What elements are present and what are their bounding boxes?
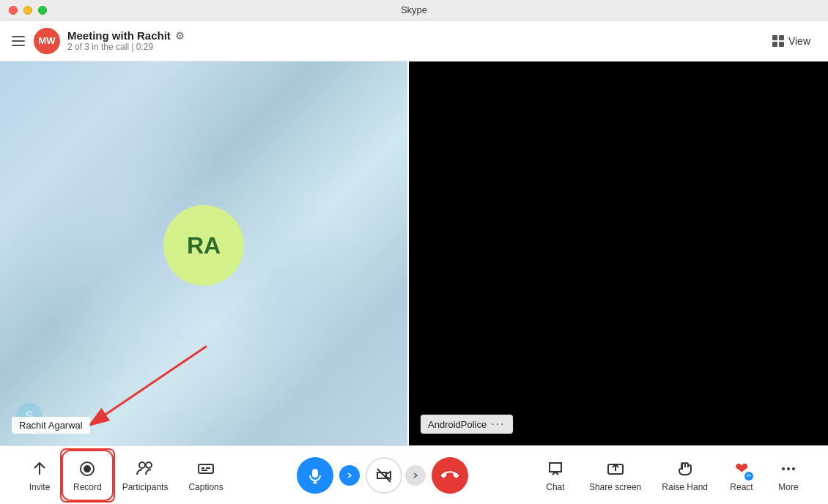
grid-icon (772, 35, 784, 47)
captions-button[interactable]: Captions (180, 453, 232, 498)
ellipsis-icon: ··· (491, 418, 505, 431)
meeting-title: Meeting with Rachit ⚙ (67, 29, 185, 42)
invite-label: Invite (29, 482, 51, 492)
header: MW Meeting with Rachit ⚙ 2 of 3 in the c… (0, 21, 828, 62)
participants-icon (135, 459, 155, 479)
invite-icon (29, 459, 50, 479)
video-background-left: S RA Rachit Agarwal (0, 62, 407, 445)
name-badge-left: Rachit Agarwal (12, 417, 90, 434)
record-label: Record (73, 482, 102, 492)
invite-button[interactable]: Invite (18, 453, 62, 498)
view-label: View (788, 35, 810, 47)
camera-button[interactable] (366, 457, 402, 494)
header-info: Meeting with Rachit ⚙ 2 of 3 in the call… (67, 29, 185, 52)
share-screen-label: Share screen (589, 482, 641, 492)
center-controls (297, 457, 468, 494)
end-call-button[interactable] (432, 457, 468, 494)
video-panel-right: AndroidPolice ··· (409, 62, 828, 445)
more-button[interactable]: More (766, 453, 810, 498)
chat-label: Chat (546, 482, 564, 492)
share-screen-icon (605, 459, 626, 479)
svg-point-8 (146, 462, 152, 468)
react-label: React (730, 482, 753, 492)
right-controls: Chat Share screen Raise Ha (533, 453, 810, 498)
record-icon (77, 459, 97, 479)
participant-avatar-left: RA (163, 205, 244, 286)
more-icon (778, 459, 799, 479)
video-area: S RA Rachit Agarwal And (0, 62, 828, 445)
react-icon: ❤ ✏ (731, 459, 752, 479)
name-badge-right: AndroidPolice ··· (421, 415, 513, 434)
svg-line-16 (377, 469, 391, 482)
participants-label: Participants (122, 482, 169, 492)
chat-icon (545, 459, 566, 479)
record-button[interactable]: Record (64, 453, 111, 498)
maximize-button[interactable] (38, 6, 47, 15)
svg-point-19 (782, 467, 785, 470)
raise-hand-label: Raise Hand (662, 482, 708, 492)
minimize-button[interactable] (23, 6, 32, 15)
share-screen-button[interactable]: Share screen (580, 453, 650, 498)
camera-expand-button[interactable] (405, 465, 426, 486)
mic-expand-button[interactable] (339, 465, 360, 486)
more-label: More (778, 482, 798, 492)
captions-label: Captions (188, 482, 223, 492)
settings-icon[interactable]: ⚙ (175, 30, 185, 42)
svg-point-5 (84, 465, 91, 472)
svg-point-21 (792, 467, 795, 470)
control-bar: Invite Record Parti (0, 445, 828, 504)
menu-button[interactable] (12, 34, 26, 48)
mic-button[interactable] (297, 457, 333, 494)
svg-point-7 (139, 462, 145, 468)
captions-icon (196, 459, 216, 479)
raise-hand-button[interactable]: Raise Hand (653, 453, 717, 498)
avatar: MW (34, 28, 60, 54)
left-controls: Invite Record Parti (18, 453, 232, 498)
traffic-lights (9, 6, 47, 15)
svg-rect-13 (312, 469, 318, 478)
react-edit-dot: ✏ (744, 472, 753, 481)
header-left: MW Meeting with Rachit ⚙ 2 of 3 in the c… (12, 28, 766, 54)
svg-point-20 (787, 467, 790, 470)
call-subtitle: 2 of 3 in the call | 0:29 (67, 42, 185, 52)
chat-button[interactable]: Chat (533, 453, 577, 498)
participants-button[interactable]: Participants (114, 453, 177, 498)
title-bar: Skype (0, 0, 828, 21)
raise-hand-icon (675, 459, 695, 479)
video-panel-left: S RA Rachit Agarwal (0, 62, 409, 445)
react-button[interactable]: ❤ ✏ React (720, 453, 764, 498)
close-button[interactable] (9, 6, 18, 15)
header-right: View (766, 32, 816, 50)
view-button[interactable]: View (766, 32, 816, 50)
app-title: Skype (401, 4, 427, 15)
